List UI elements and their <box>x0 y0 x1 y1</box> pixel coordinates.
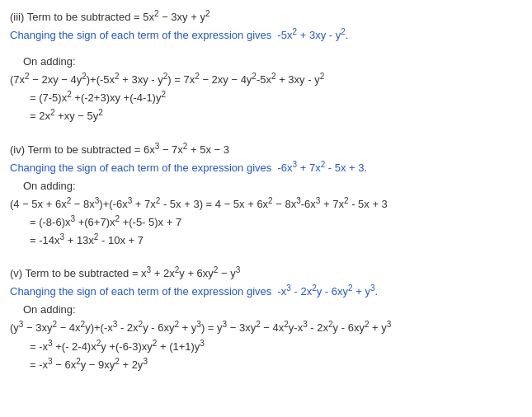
section-iii-title-text: Term to be subtracted = 5x2 − 3xy + y2 <box>27 11 210 23</box>
section-v-label: (v) <box>10 267 26 279</box>
section-v-expr1: (y3 − 3xy2 − 4x2y)+(-x3 - 2x2y - 6xy2 + … <box>10 319 522 337</box>
section-iv-on-adding-label: On adding: <box>23 177 522 195</box>
section-iv-change-prefix: Changing the sign of each term of the ex… <box>10 162 367 174</box>
section-v-step1: = -x3 +(- 2-4)x2y +(-6-3)xy2 + (1+1)y3 <box>30 338 522 356</box>
page-content: (iii) Term to be subtracted = 5x2 − 3xy … <box>10 8 522 374</box>
section-iv: (iv) Term to be subtracted = 6x3 − 7x2 +… <box>10 141 522 251</box>
section-iii-on-adding-label: On adding: <box>23 53 522 71</box>
section-iii-change-prefix: Changing the sign of each term of the ex… <box>10 29 348 41</box>
section-iii-change: Changing the sign of each term of the ex… <box>10 26 522 45</box>
section-v-change-prefix: Changing the sign of each term of the ex… <box>10 285 378 298</box>
section-iii: (iii) Term to be subtracted = 5x2 − 3xy … <box>10 8 522 126</box>
section-v-on-adding-label: On adding: <box>23 301 522 319</box>
section-iv-step1: = (-8-6)x3 +(6+7)x2 +(-5- 5)x + 7 <box>30 213 522 232</box>
section-iv-label: (iv) <box>10 143 27 156</box>
section-v-title: (v) Term to be subtracted = x3 + 2x2y + … <box>10 265 522 283</box>
section-iv-step2: = -14x3 + 13x2 - 10x + 7 <box>30 232 522 250</box>
section-v-title-text: Term to be subtracted = x3 + 2x2y + 6xy2… <box>26 267 241 279</box>
section-iv-title: (iv) Term to be subtracted = 6x3 − 7x2 +… <box>10 141 522 159</box>
section-iii-expr1: (7x2 − 2xy − 4y2)+(-5x2 + 3xy - y2) = 7x… <box>10 71 522 89</box>
section-iii-step1: = (7-5)x2 +(-2+3)xy +(-4-1)y2 <box>30 89 522 107</box>
section-iv-expr1: (4 − 5x + 6x2 − 8x3)+(-6x3 + 7x2 - 5x + … <box>10 195 522 213</box>
section-iii-label: (iii) <box>10 11 27 23</box>
section-v: (v) Term to be subtracted = x3 + 2x2y + … <box>10 265 522 374</box>
section-v-step2: = -x3 − 6x2y − 9xy2 + 2y3 <box>30 356 522 374</box>
section-iii-step2: = 2x2 +xy − 5y2 <box>30 107 522 125</box>
section-v-change: Changing the sign of each term of the ex… <box>10 283 522 301</box>
section-iv-change: Changing the sign of each term of the ex… <box>10 159 522 177</box>
section-iv-title-text: Term to be subtracted = 6x3 − 7x2 + 5x −… <box>27 143 229 156</box>
section-iii-title: (iii) Term to be subtracted = 5x2 − 3xy … <box>10 8 522 26</box>
